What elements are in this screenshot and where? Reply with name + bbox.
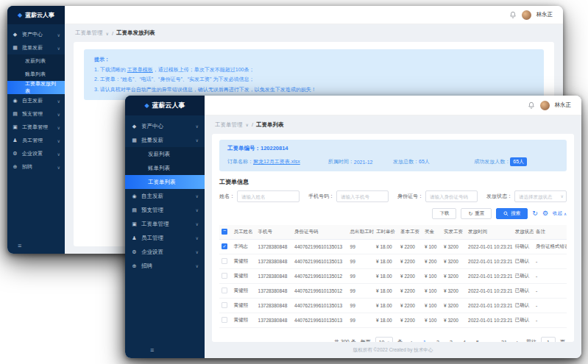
sidebar-item-label: 资产中心 — [141, 123, 163, 130]
bell-icon[interactable] — [509, 11, 517, 18]
sidebar-item-icon: ◉ — [12, 98, 18, 104]
sidebar-item[interactable]: ⚙ 企业设置 — [125, 245, 205, 259]
banner-field: 发放总数： 65人 — [393, 157, 474, 166]
sidebar-item[interactable]: ♟ 员工管理 — [7, 134, 65, 147]
breadcrumb-current: 工资单发放列表 — [116, 29, 155, 37]
table-row: 李鸿志 13728380848 440762199610135013 99 ¥ … — [219, 240, 567, 254]
table-header-cell: 基本工资 — [398, 225, 422, 240]
sidebar-item-label: 账单列表 — [148, 165, 170, 172]
reset-button[interactable]: ↻重置 — [461, 208, 492, 219]
cell-employee-name: 黄健熙 — [232, 284, 256, 299]
username[interactable]: 林永正 — [536, 11, 553, 18]
sidebar-item[interactable]: ♟ 员工管理 — [125, 231, 205, 245]
sidebar-item-label: 发薪列表 — [148, 151, 170, 158]
sidebar-item[interactable]: ◆ 资产中心 — [7, 28, 65, 41]
sidebar-item[interactable]: 工资单发放列表 — [7, 81, 65, 94]
payslip-template-link[interactable]: 工资单模板 — [127, 67, 153, 72]
filter-input[interactable] — [336, 190, 389, 202]
row-checkbox[interactable] — [222, 288, 227, 293]
gear-icon[interactable]: ⚙ — [542, 210, 548, 217]
avatar[interactable] — [522, 10, 531, 20]
goto-page-input[interactable] — [541, 337, 556, 342]
sidebar-item[interactable]: 账单列表 — [7, 68, 65, 81]
sidebar-item[interactable]: ▤ 预支管理 — [7, 107, 65, 121]
breadcrumb-section[interactable]: 工资单管理 — [75, 29, 103, 37]
sidebar-item-icon: ▤ — [12, 111, 18, 117]
sidebar-item[interactable]: ⚙ 企业设置 — [7, 147, 65, 160]
filter-input[interactable] — [425, 190, 478, 202]
select-all-checkbox[interactable] — [222, 229, 227, 235]
desktop: ◆ 蓝薪云人事 ◆ 资产中心 ▦ 批量发薪 — [0, 0, 588, 364]
row-checkbox[interactable] — [222, 273, 227, 279]
refresh-icon[interactable]: ↻ — [532, 210, 538, 217]
sidebar-item[interactable]: 账单列表 — [125, 161, 205, 175]
row-checkbox[interactable] — [222, 317, 227, 323]
banner-field-label: 发放总数： — [393, 158, 419, 165]
sidebar-item-icon: ⊕ — [12, 164, 18, 170]
sidebar-item[interactable]: ◆ 资产中心 — [125, 119, 205, 133]
front-sidebar-collapse[interactable]: ≡ — [125, 342, 205, 358]
cell-total-hours: 99 — [348, 284, 374, 299]
sidebar-item[interactable]: ▣ 工资单管理 — [7, 121, 65, 134]
sidebar-item-label: 批量发薪 — [22, 44, 43, 51]
breadcrumb-section[interactable]: 工资单管理 — [215, 121, 243, 129]
chevron-down-icon — [57, 46, 60, 51]
row-checkbox[interactable] — [222, 302, 227, 308]
chevron-down-icon — [57, 138, 60, 143]
front-sidebar-menu: ◆ 资产中心 ▦ 批量发薪 发薪列表 — [125, 115, 205, 342]
cell-employee-name: 黄健熙 — [232, 299, 256, 313]
filter-input[interactable] — [237, 190, 300, 202]
cell-employee-name: 黄健熙 — [232, 313, 256, 328]
sidebar-item[interactable]: ◉ 自主发薪 — [7, 94, 65, 107]
sidebar-item[interactable]: ⊕ 招聘 — [125, 259, 205, 273]
cell-issue-time: 2022-01-01 10:23:21 — [466, 240, 513, 254]
cell-total-hours: 99 — [348, 269, 374, 284]
cell-hour-rate: ¥ 18.00 — [374, 299, 398, 313]
bell-icon[interactable] — [528, 101, 535, 109]
sidebar-item-icon: ♟ — [12, 138, 18, 143]
search-button[interactable]: 搜索 — [496, 208, 528, 219]
footer-copyright: 版权所有 ©2022 Created by 技术中心 — [205, 342, 581, 358]
banner-field: 所属时间： 2021-12 — [328, 157, 393, 166]
table-row: 黄健熙 13728380848 440762199610135013 99 ¥ … — [219, 254, 567, 269]
sidebar-item[interactable]: ▤ 预支管理 — [125, 203, 205, 217]
sidebar-item[interactable]: ▦ 批量发薪 — [7, 41, 65, 54]
row-checkbox[interactable] — [222, 258, 227, 264]
username[interactable]: 林永正 — [555, 101, 572, 109]
table-header-row: 员工姓名 手机号 身份证号码 总出勤工时 工时单价 基本工资 — [219, 225, 567, 240]
filter-input-wrap: ∨ — [425, 190, 478, 202]
sidebar-item-icon: ◉ — [131, 193, 138, 199]
breadcrumb-current: 工资单列表 — [256, 121, 284, 129]
cell-hour-rate: ¥ 18.00 — [374, 284, 398, 299]
cell-total-hours: 99 — [348, 313, 374, 328]
avatar[interactable] — [540, 101, 550, 110]
row-select-cell — [219, 299, 232, 313]
table-header-cell: 奖金 — [422, 225, 442, 240]
sidebar-item-icon: ▤ — [131, 207, 138, 213]
chevron-down-icon — [57, 32, 60, 38]
chevron-down-icon — [196, 221, 199, 226]
sidebar-item[interactable]: 发薪列表 — [125, 147, 205, 161]
toolbar: 下载 ↻重置 搜索 ↻ ⚙ 收起 — [219, 208, 567, 219]
per-page-select[interactable]: 10 ▾ — [375, 337, 393, 342]
filter-field: 手机号码： ∨ — [308, 190, 389, 202]
hamburger-icon: ≡ — [150, 346, 154, 354]
row-checkbox[interactable] — [222, 243, 227, 249]
sidebar-item[interactable]: 工资单列表 — [125, 175, 205, 189]
chevron-down-icon — [196, 207, 199, 213]
collapse-toggle[interactable]: 收起 — [553, 210, 567, 217]
download-button[interactable]: 下载 — [432, 208, 456, 219]
table-row: 黄健熙 13728380848 440762199610135012 99 ¥ … — [219, 284, 567, 299]
sidebar-item[interactable]: 发薪列表 — [7, 54, 65, 68]
cell-actual-salary: ¥ 3200 — [442, 299, 466, 313]
sidebar-item-label: 资产中心 — [22, 31, 43, 38]
cell-phone: 13728380848 — [256, 313, 293, 328]
table-header-cell: 工时单价 — [374, 225, 398, 240]
sidebar-item[interactable]: ⊕ 招聘 — [7, 160, 65, 174]
sidebar-item[interactable]: ▣ 工资单管理 — [125, 217, 205, 231]
sidebar-item[interactable]: ◉ 自主发薪 — [125, 189, 205, 203]
filter-input[interactable] — [514, 190, 567, 202]
back-sidebar-collapse[interactable]: ≡ — [7, 238, 65, 254]
filter-row: 姓名： ∨ 手机号码： ∨ — [219, 190, 567, 202]
sidebar-item[interactable]: ▦ 批量发薪 — [125, 133, 205, 147]
